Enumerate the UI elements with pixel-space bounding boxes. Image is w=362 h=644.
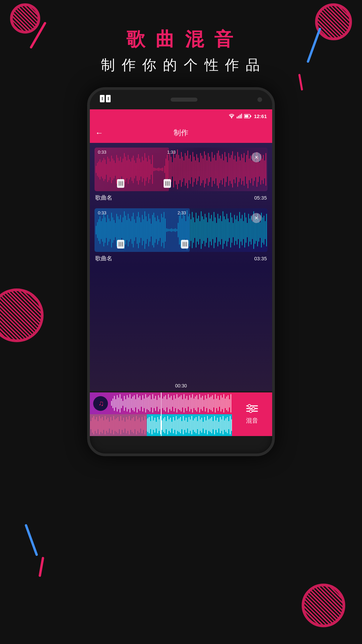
svg-rect-136 <box>255 161 256 177</box>
svg-rect-305 <box>148 396 149 410</box>
title-section: 歌 曲 混 音 制 作 你 的 个 性 作 品 <box>0 27 362 74</box>
svg-rect-306 <box>149 395 150 412</box>
svg-rect-350 <box>212 395 213 412</box>
svg-rect-230 <box>205 214 205 247</box>
svg-rect-234 <box>210 218 210 241</box>
svg-rect-291 <box>128 397 129 409</box>
svg-rect-242 <box>220 216 221 245</box>
svg-rect-273 <box>260 222 260 238</box>
svg-rect-327 <box>179 396 180 410</box>
svg-rect-257 <box>239 212 240 248</box>
svg-rect-111 <box>223 160 224 178</box>
svg-rect-353 <box>216 398 217 408</box>
svg-rect-2 <box>102 97 103 100</box>
track1-time-start: 0:33 <box>98 150 106 155</box>
phone-speaker <box>171 98 197 102</box>
svg-rect-247 <box>227 214 227 247</box>
track2-waveform[interactable]: × 0:33 2:33 <box>95 208 267 252</box>
svg-rect-116 <box>230 158 230 181</box>
track1-trim-right[interactable] <box>164 179 171 188</box>
svg-rect-450 <box>213 421 214 429</box>
svg-rect-244 <box>223 211 223 249</box>
svg-rect-144 <box>265 153 266 186</box>
phone-camera <box>257 97 262 102</box>
playback-preview[interactable]: ♫ <box>90 392 232 436</box>
svg-rect-422 <box>173 417 174 433</box>
svg-rect-454 <box>219 422 219 429</box>
svg-rect-458 <box>224 420 225 430</box>
svg-rect-251 <box>232 217 232 243</box>
svg-rect-363 <box>231 394 231 413</box>
svg-rect-75 <box>177 149 178 189</box>
mi-logo <box>100 95 111 104</box>
track2-trim-right[interactable] <box>181 240 188 249</box>
svg-rect-416 <box>165 417 165 433</box>
svg-rect-98 <box>206 160 207 178</box>
svg-rect-299 <box>139 396 140 411</box>
svg-rect-302 <box>144 398 144 408</box>
svg-rect-91 <box>198 158 198 181</box>
svg-point-468 <box>252 407 255 410</box>
svg-rect-79 <box>182 157 183 182</box>
svg-rect-319 <box>168 394 169 413</box>
svg-rect-430 <box>184 420 185 430</box>
title-sub: 制 作 你 的 个 性 作 品 <box>0 56 362 74</box>
svg-rect-290 <box>127 395 127 412</box>
svg-rect-295 <box>134 395 134 412</box>
svg-rect-125 <box>241 154 242 185</box>
svg-rect-462 <box>230 416 231 434</box>
svg-rect-126 <box>242 158 243 181</box>
track2-close[interactable]: × <box>251 213 261 223</box>
title-main: 歌 曲 混 音 <box>0 27 362 52</box>
svg-rect-338 <box>195 396 196 410</box>
svg-rect-87 <box>192 152 193 187</box>
svg-rect-354 <box>218 396 219 411</box>
track1-close[interactable]: × <box>251 152 261 162</box>
svg-rect-428 <box>181 421 182 429</box>
svg-rect-292 <box>130 394 130 413</box>
svg-rect-264 <box>248 214 249 247</box>
svg-rect-129 <box>246 155 247 184</box>
svg-rect-219 <box>191 219 191 241</box>
svg-rect-296 <box>135 399 136 408</box>
svg-rect-349 <box>210 396 211 410</box>
svg-rect-82 <box>186 156 187 183</box>
svg-rect-356 <box>221 395 221 412</box>
svg-rect-83 <box>187 151 188 189</box>
track1-waveform[interactable]: × 0:33 1:33 <box>95 148 267 191</box>
svg-rect-313 <box>160 397 160 409</box>
svg-rect-236 <box>213 221 213 239</box>
svg-rect-223 <box>196 213 196 248</box>
svg-rect-339 <box>196 395 197 412</box>
svg-rect-457 <box>223 416 223 434</box>
svg-rect-254 <box>235 219 236 241</box>
svg-rect-447 <box>208 419 209 431</box>
play-button[interactable]: ♫ <box>93 396 108 411</box>
svg-rect-322 <box>172 400 173 407</box>
svg-rect-446 <box>207 416 208 434</box>
svg-rect-222 <box>194 222 195 238</box>
svg-rect-316 <box>164 396 164 410</box>
svg-rect-358 <box>224 394 224 413</box>
track2-trim-left[interactable] <box>117 240 124 249</box>
svg-rect-410 <box>156 422 157 429</box>
svg-rect-301 <box>142 395 143 412</box>
svg-rect-463 <box>231 419 232 431</box>
svg-rect-233 <box>208 213 209 248</box>
svg-rect-128 <box>245 162 246 176</box>
track1-block: × 0:33 1:33 <box>90 143 272 205</box>
svg-rect-265 <box>249 218 250 241</box>
svg-rect-355 <box>219 400 220 407</box>
mix-button[interactable]: 混音 <box>232 392 272 436</box>
back-button[interactable]: ← <box>95 128 103 138</box>
deco-line-bottom-left-blue <box>24 524 38 556</box>
track2-duration: 03:35 <box>254 256 267 261</box>
svg-rect-425 <box>177 419 178 431</box>
svg-rect-441 <box>200 419 201 431</box>
svg-rect-80 <box>184 160 184 178</box>
track1-trim-left[interactable] <box>117 179 124 188</box>
svg-rect-438 <box>196 417 196 433</box>
svg-rect-289 <box>125 399 126 408</box>
svg-rect-406 <box>150 421 151 429</box>
svg-rect-437 <box>194 418 195 432</box>
